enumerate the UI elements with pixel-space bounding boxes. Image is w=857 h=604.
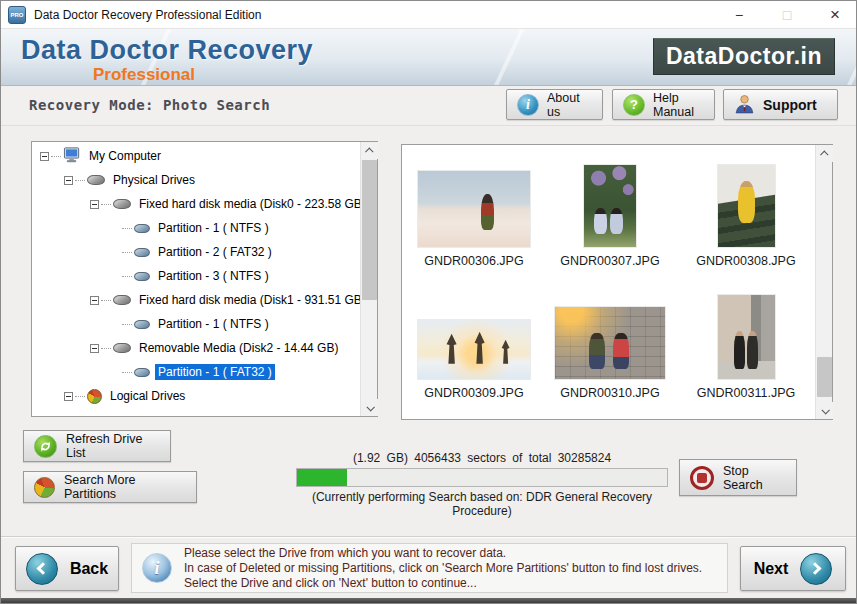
tree-item-disk1[interactable]: Fixed hard disk media (Disk1 - 931.51 GB… [32, 288, 360, 312]
info-icon: i [517, 94, 539, 116]
back-arrow-icon [26, 553, 58, 585]
tree-item-label: Partition - 1 ( NTFS ) [155, 316, 272, 332]
toolbar: Recovery Mode: Photo Search i About us ?… [1, 86, 856, 126]
help-manual-label: Help Manual [653, 91, 704, 119]
progress-sectors-text: (1.92 GB) 4056433 sectors of total 30285… [296, 451, 668, 465]
photo-thumbnail-yellow-dress[interactable] [718, 165, 775, 247]
partition-icon [134, 320, 150, 329]
tree-item-label: Fixed hard disk media (Disk0 - 223.58 GB… [136, 196, 360, 212]
photo-item[interactable]: GNDR00310.JPG [542, 291, 678, 400]
scroll-down-icon[interactable] [361, 399, 378, 416]
tree-item-disk0[interactable]: Fixed hard disk media (Disk0 - 223.58 GB… [32, 192, 360, 216]
stop-search-button[interactable]: Stop Search [679, 459, 797, 496]
photo-thumbnail-garden[interactable] [584, 165, 636, 247]
progress-bar-fill [297, 469, 347, 486]
tree-item-label: Logical Drives [107, 388, 188, 404]
maximize-button: □ [774, 4, 800, 26]
collapse-expander-icon[interactable] [40, 152, 49, 161]
search-more-partitions-button[interactable]: Search More Partitions [23, 471, 197, 503]
drive-tree-panel: My Computer Physical Drives Fixed hard d… [31, 141, 378, 417]
refresh-drive-list-button[interactable]: Refresh Drive List [23, 430, 171, 462]
logo-text: DataDoctor.in [666, 43, 822, 70]
photo-thumbnail-beach[interactable] [418, 171, 530, 247]
pie-chart-icon [87, 389, 102, 404]
next-arrow-icon [800, 553, 832, 585]
photo-thumbnail-yoga-sunset[interactable] [418, 320, 530, 379]
computer-icon [63, 147, 81, 166]
tree-item-my-computer[interactable]: My Computer [32, 144, 360, 168]
gallery-scrollbar[interactable] [815, 145, 832, 419]
window-title: Data Doctor Recovery Professional Editio… [34, 8, 261, 22]
photo-filename: GNDR00310.JPG [560, 386, 659, 400]
recovery-mode-label: Recovery Mode: Photo Search [29, 97, 270, 113]
tree-item-disk2-partition1-selected[interactable]: Partition - 1 ( FAT32 ) [32, 360, 360, 384]
tree-item-physical-drives[interactable]: Physical Drives [32, 168, 360, 192]
tree-item-label: My Computer [86, 148, 164, 164]
photo-filename: GNDR00311.JPG [697, 386, 795, 400]
back-label: Back [70, 560, 108, 578]
photo-thumbnail-kids-wall[interactable] [555, 307, 665, 379]
tree-scrollbar[interactable] [360, 142, 377, 416]
scroll-up-icon[interactable] [816, 145, 833, 162]
tree-item-disk0-partition1[interactable]: Partition - 1 ( NTFS ) [32, 216, 360, 240]
next-button[interactable]: Next [740, 546, 846, 591]
refresh-icon [34, 435, 57, 458]
tree-item-label: Partition - 3 ( NTFS ) [155, 268, 272, 284]
tree-item-label: Removable Media (Disk2 - 14.44 GB) [136, 340, 341, 356]
photo-item[interactable]: GNDR00311.JPG [678, 291, 814, 400]
instruction-line: Select the Drive and click on 'Next' but… [184, 576, 702, 591]
app-window: PRO Data Doctor Recovery Professional Ed… [0, 0, 857, 604]
photo-filename: GNDR00309.JPG [424, 386, 523, 400]
collapse-expander-icon[interactable] [64, 392, 73, 401]
question-icon: ? [623, 94, 645, 116]
window-controls: − □ × [726, 1, 848, 29]
photo-item[interactable]: GNDR00309.JPG [406, 291, 542, 400]
collapse-expander-icon[interactable] [64, 176, 73, 185]
minimize-button[interactable]: − [726, 4, 752, 26]
photo-filename: GNDR00306.JPG [424, 254, 523, 268]
drive-icon [113, 295, 131, 305]
stop-icon [690, 466, 714, 490]
support-button[interactable]: Support [723, 89, 838, 120]
recovered-photos-panel: GNDR00306.JPG GNDR00307.JPG GNDR00308.JP… [401, 144, 833, 420]
scroll-down-icon[interactable] [816, 402, 833, 419]
tree-item-disk1-partition1[interactable]: Partition - 1 ( NTFS ) [32, 312, 360, 336]
brand-title: Data Doctor Recovery [21, 35, 313, 66]
tree-item-label: Partition - 1 ( FAT32 ) [155, 364, 275, 380]
collapse-expander-icon[interactable] [90, 344, 99, 353]
photo-item[interactable]: GNDR00306.JPG [406, 159, 542, 268]
next-label: Next [754, 560, 789, 578]
about-us-button[interactable]: i About us [506, 89, 603, 120]
brand-logo: DataDoctor.in [653, 38, 835, 75]
pie-chart-icon [34, 477, 55, 498]
partition-icon [134, 248, 150, 257]
drive-icon [113, 199, 131, 209]
help-manual-button[interactable]: ? Help Manual [612, 89, 715, 120]
photo-thumbnail-two-women[interactable] [718, 295, 775, 379]
stop-search-label: Stop Search [723, 464, 786, 492]
collapse-expander-icon[interactable] [90, 296, 99, 305]
refresh-drive-list-label: Refresh Drive List [66, 432, 160, 460]
partition-icon [134, 272, 150, 281]
collapse-expander-icon[interactable] [90, 200, 99, 209]
app-icon: PRO [8, 6, 26, 24]
progress-status-text: (Currently performing Search based on: D… [296, 490, 668, 518]
instructions-panel: i Please select the Drive from which you… [131, 543, 728, 593]
scroll-up-icon[interactable] [361, 142, 378, 159]
tree-item-disk0-partition2[interactable]: Partition - 2 ( FAT32 ) [32, 240, 360, 264]
tree-item-disk2[interactable]: Removable Media (Disk2 - 14.44 GB) [32, 336, 360, 360]
tree-item-label: Fixed hard disk media (Disk1 - 931.51 GB… [136, 292, 360, 308]
back-button[interactable]: Back [15, 546, 119, 591]
close-button[interactable]: × [822, 4, 848, 26]
support-label: Support [763, 97, 817, 113]
gallery-scrollbar-thumb[interactable] [817, 357, 832, 397]
search-more-partitions-label: Search More Partitions [64, 473, 186, 501]
tree-scrollbar-thumb[interactable] [362, 160, 377, 300]
photo-filename: GNDR00307.JPG [560, 254, 659, 268]
tree-item-disk0-partition3[interactable]: Partition - 3 ( NTFS ) [32, 264, 360, 288]
partition-icon [134, 224, 150, 233]
photo-item[interactable]: GNDR00307.JPG [542, 159, 678, 268]
drive-icon [87, 175, 105, 185]
photo-item[interactable]: GNDR00308.JPG [678, 159, 814, 268]
tree-item-logical-drives[interactable]: Logical Drives [32, 384, 360, 408]
